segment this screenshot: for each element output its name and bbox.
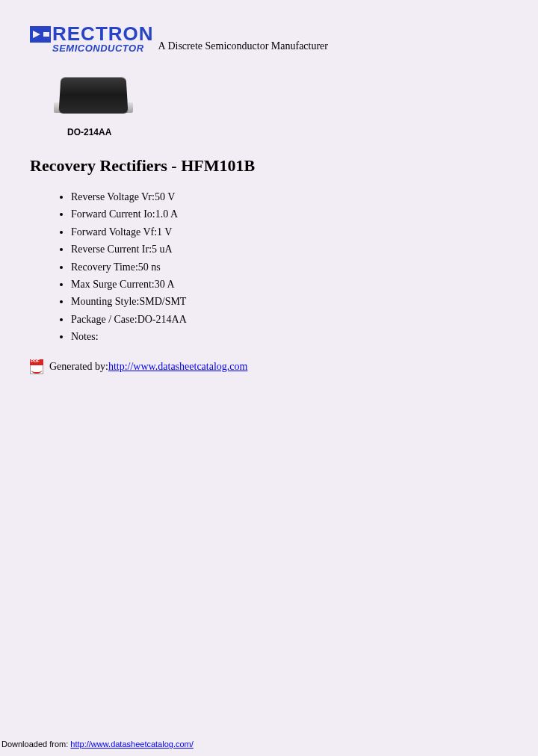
diode-icon (30, 26, 51, 43)
spec-item: Forward Voltage Vf:1 V (71, 224, 508, 241)
generated-by-link[interactable]: http://www.datasheetcatalog.com (108, 361, 247, 373)
spec-item: Package / Case:DO-214AA (71, 312, 508, 328)
logo-text-sub: SEMICONDUCTOR (52, 43, 154, 54)
component-section: DO-214AA (52, 69, 508, 137)
generated-by-label: Generated by: (49, 361, 108, 373)
header-row: RECTRON SEMICONDUCTOR A Discrete Semicon… (30, 22, 508, 54)
spec-item: Reverse Current Ir:5 uA (71, 241, 508, 258)
footer: Downloaded from: http://www.datasheetcat… (1, 740, 194, 749)
page-title: Recovery Rectifiers - HFM101B (30, 156, 508, 176)
component-image (52, 69, 134, 121)
footer-link[interactable]: http://www.datasheetcatalog.com/ (70, 740, 193, 749)
spec-item: Recovery Time:50 ns (71, 259, 508, 276)
footer-label: Downloaded from: (1, 740, 70, 749)
pdf-icon: PDF (30, 359, 45, 374)
generated-by-row: PDF Generated by: http://www.datasheetca… (30, 359, 508, 374)
spec-list: Reverse Voltage Vr:50 V Forward Current … (71, 189, 508, 346)
spec-item: Reverse Voltage Vr:50 V (71, 189, 508, 205)
spec-item: Forward Current Io:1.0 A (71, 206, 508, 223)
spec-item: Notes: (71, 329, 508, 345)
spec-item: Max Surge Current:30 A (71, 276, 508, 293)
component-package-label: DO-214AA (67, 127, 508, 137)
company-logo: RECTRON SEMICONDUCTOR (30, 22, 154, 54)
company-tagline: A Discrete Semiconductor Manufacturer (158, 40, 328, 52)
spec-item: Mounting Style:SMD/SMT (71, 294, 508, 310)
